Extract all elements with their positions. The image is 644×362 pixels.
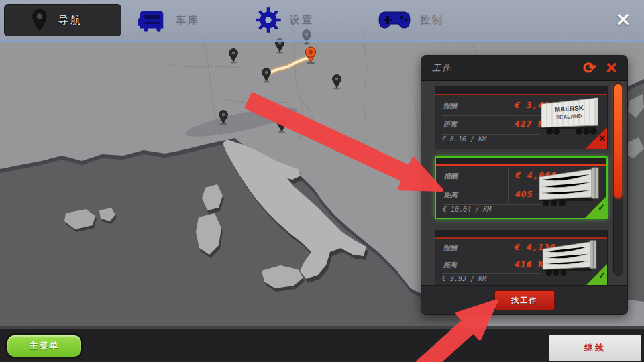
gamepad-icon: [377, 9, 412, 32]
reward-label: 报酬: [443, 243, 457, 253]
tab-navigation-label: 导航: [58, 14, 83, 27]
check-icon: ✓: [598, 271, 606, 280]
check-icon: ✓: [598, 203, 605, 212]
divider: [442, 134, 540, 135]
jobs-panel-header: 工作 ⟳ ✕: [421, 56, 627, 81]
rate-per-km: € 9.93 / KM: [442, 275, 486, 282]
rate-per-km: € 10.04 / KM: [443, 206, 491, 213]
gear-icon: [255, 7, 282, 34]
menu-close-button[interactable]: ✕: [602, 9, 644, 31]
find-job-button[interactable]: 找工作: [494, 290, 555, 310]
divider: [443, 186, 541, 186]
accept-badge[interactable]: ✓: [586, 264, 607, 286]
continue-button[interactable]: 继续: [549, 335, 641, 361]
reward-label: 报酬: [444, 172, 458, 181]
tab-garage[interactable]: 车库: [126, 0, 244, 40]
distance-label: 距离: [443, 120, 457, 129]
divider: [442, 115, 540, 116]
job-card[interactable]: 报酬 € 4,130 距离 416 KM € 9.93 / KM: [435, 230, 608, 286]
job-card-header: [436, 158, 606, 166]
job-card-selected[interactable]: 报酬 € 4,066 距离 405 KM € 10.04 / KM: [435, 156, 608, 219]
tab-controls[interactable]: 控制 ✕: [366, 0, 644, 40]
jobs-scrollbar-thumb[interactable]: [614, 84, 622, 198]
bottom-bar: 主菜单 继续: [0, 326, 644, 362]
tab-controls-label: 控制: [420, 14, 444, 27]
tab-settings-label: 设置: [290, 14, 314, 27]
close-jobs-button[interactable]: ✕: [606, 61, 618, 76]
rate-per-km: € 8.16 / KM: [442, 135, 486, 143]
refresh-jobs-button[interactable]: ⟳: [583, 60, 596, 76]
jobs-panel-title: 工作: [432, 62, 452, 74]
truck-icon: [137, 9, 168, 32]
reward-label: 报酬: [443, 101, 457, 111]
tab-navigation[interactable]: 导航: [0, 0, 126, 40]
job-card[interactable]: 报酬 € 3,484 距离 427 KM € 8.16 / KM: [435, 86, 608, 149]
game-screen: 导航 车库: [0, 0, 644, 362]
job-card-header: [435, 87, 607, 95]
accept-badge[interactable]: ✓: [585, 196, 606, 218]
divider: [442, 273, 540, 274]
tab-garage-label: 车库: [176, 14, 200, 27]
location-pin-icon: [32, 9, 48, 32]
distance-label: 距离: [444, 190, 458, 200]
divider: [442, 257, 540, 257]
divider: [443, 204, 541, 205]
distance-label: 距离: [443, 261, 457, 270]
jobs-panel: 工作 ⟳ ✕ 报酬 € 3,484 距离 427 KM € 8.16 / KM: [421, 55, 628, 315]
jobs-panel-footer: 找工作: [421, 285, 627, 314]
main-menu-button[interactable]: 主菜单: [5, 333, 83, 359]
x-icon: ✕: [598, 134, 606, 143]
decline-badge[interactable]: ✕: [586, 127, 607, 149]
top-nav-bar: 导航 车库: [0, 0, 644, 42]
tab-settings[interactable]: 设置: [244, 0, 366, 40]
job-card-header: [435, 231, 607, 239]
jobs-scrollbar[interactable]: [613, 82, 623, 276]
